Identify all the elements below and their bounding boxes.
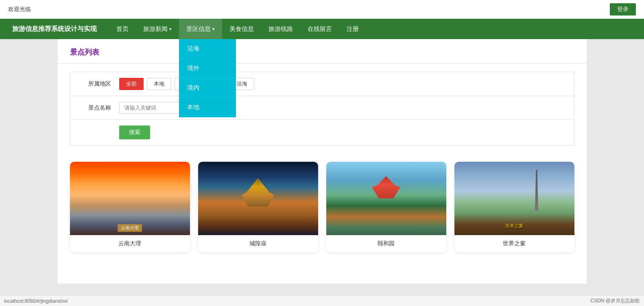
card-title: 世界之窗 bbox=[454, 235, 574, 252]
login-button[interactable]: 登录 bbox=[610, 3, 636, 15]
nav-brand: 旅游信息推荐系统设计与实现 bbox=[12, 25, 97, 33]
search-row: 搜索 bbox=[70, 120, 574, 145]
cards-section: 云南大理 云南大理 城隍庙 颐和园 bbox=[58, 154, 587, 264]
dropdown-item-local[interactable]: 本地 bbox=[179, 98, 236, 117]
card-yunnan[interactable]: 云南大理 云南大理 bbox=[70, 162, 190, 252]
page-title: 景点列表 bbox=[70, 47, 574, 57]
name-label: 景点名称 bbox=[79, 104, 111, 112]
nav-item-food[interactable]: 美食信息 bbox=[222, 19, 261, 39]
search-button[interactable]: 搜索 bbox=[119, 125, 150, 139]
footer-url: localhost:8080/#/jingdianxinxi bbox=[4, 298, 68, 304]
region-label: 所属地区 bbox=[79, 80, 111, 88]
scenic-dropdown-menu: 沿海 境外 境内 本地 bbox=[179, 39, 236, 117]
tag-local[interactable]: 本地 bbox=[147, 78, 171, 90]
nav-item-news[interactable]: 旅游新闻 ▾ bbox=[136, 19, 179, 39]
region-filter-row: 所属地区 全部 本地 境内 境外 沿海 bbox=[70, 72, 574, 96]
card-title: 云南大理 bbox=[70, 235, 190, 252]
chevron-down-icon: ▾ bbox=[212, 26, 215, 32]
card-chenhuang[interactable]: 城隍庙 bbox=[198, 162, 318, 252]
main-content: 景点列表 所属地区 全部 本地 境内 境外 沿海 景点名称 bbox=[58, 39, 587, 284]
card-shijie[interactable]: 世界之窗 世界之窗 bbox=[454, 162, 574, 252]
footer-bar: localhost:8080/#/jingdianxinxi CSDN @岁月忘… bbox=[0, 296, 644, 306]
nav-item-message[interactable]: 在线留言 bbox=[300, 19, 339, 39]
card-yiheyuan[interactable]: 颐和园 bbox=[326, 162, 446, 252]
chevron-down-icon: ▾ bbox=[169, 26, 172, 32]
page-title-bar: 景点列表 bbox=[58, 39, 587, 64]
card-title: 城隍庙 bbox=[198, 235, 318, 252]
dropdown-item-coastal[interactable]: 沿海 bbox=[179, 39, 236, 59]
nav-item-scenic[interactable]: 景区信息 ▾ 沿海 境外 境内 本地 bbox=[179, 19, 222, 39]
navbar: 旅游信息推荐系统设计与实现 首页 旅游新闻 ▾ 景区信息 ▾ 沿海 境外 境内 … bbox=[0, 19, 644, 39]
nav-item-register[interactable]: 注册 bbox=[339, 19, 366, 39]
top-bar: 欢迎光临 登录 bbox=[0, 0, 644, 19]
filter-section: 所属地区 全部 本地 境内 境外 沿海 景点名称 搜索 bbox=[70, 72, 574, 145]
dropdown-item-overseas[interactable]: 境外 bbox=[179, 59, 236, 78]
nav-item-home[interactable]: 首页 bbox=[109, 19, 136, 39]
tag-all[interactable]: 全部 bbox=[119, 78, 144, 90]
dropdown-item-domestic[interactable]: 境内 bbox=[179, 78, 236, 98]
nav-item-routes[interactable]: 旅游线路 bbox=[261, 19, 300, 39]
card-title: 颐和园 bbox=[326, 235, 446, 252]
name-filter-row: 景点名称 bbox=[70, 96, 574, 120]
welcome-text: 欢迎光临 bbox=[8, 6, 31, 13]
footer-copyright: CSDN @岁月忘忘如歌 bbox=[590, 297, 640, 304]
